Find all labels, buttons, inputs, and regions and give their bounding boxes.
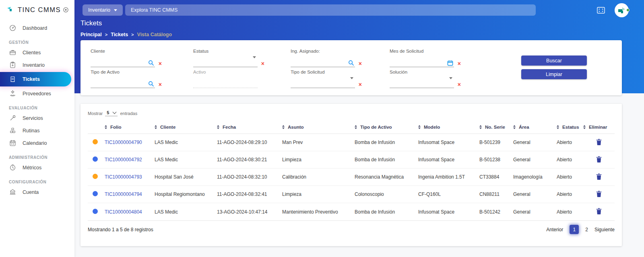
- filter-mes-solicitud-label: Mes de Solicitud: [390, 49, 461, 53]
- col-no-serie[interactable]: No. Serie: [479, 125, 513, 130]
- sort-icon: [479, 125, 482, 129]
- filter-activo-input-disabled: [193, 80, 258, 88]
- pagination-page-1[interactable]: 1: [570, 225, 579, 234]
- fullscreen-icon[interactable]: [597, 7, 605, 14]
- col-modelo[interactable]: Modelo: [418, 125, 479, 130]
- trash-icon: [596, 191, 602, 197]
- ticket-folio-link[interactable]: TIC10000004804: [105, 209, 155, 215]
- filter-tipo-activo-input[interactable]: [91, 80, 138, 88]
- sidebar-item-clientes[interactable]: Clientes: [0, 46, 74, 59]
- col-eliminar[interactable]: Eliminar: [583, 125, 615, 130]
- tinc-logo-icon: [6, 6, 14, 14]
- cell-cliente: LAS Medic: [155, 157, 217, 162]
- sidebar-pin-icon[interactable]: [63, 7, 69, 13]
- sidebar-item-rutinas[interactable]: Rutinas: [0, 124, 74, 137]
- sidebar-item-label: Tickets: [23, 76, 40, 82]
- cell-asunto: Man Prev: [282, 140, 355, 145]
- clear-filter-icon[interactable]: ×: [159, 82, 162, 87]
- ticket-folio-link[interactable]: TIC10000004794: [105, 191, 155, 197]
- building-icon: [9, 188, 17, 196]
- module-selector-button[interactable]: Inventario: [83, 4, 123, 16]
- limpiar-button[interactable]: Limpiar: [521, 69, 587, 79]
- search-icon[interactable]: [148, 81, 154, 87]
- calendar-picker-icon[interactable]: [447, 60, 453, 66]
- chevron-down-icon[interactable]: [449, 77, 452, 79]
- filter-cliente: Cliente ×: [91, 49, 162, 67]
- col-estatus[interactable]: Estatus: [557, 125, 583, 130]
- table-row: TIC10000004794 Hospital Regiomontano 11-…: [88, 186, 615, 203]
- sidebar-section-configuracion: CONFIGURACIÓN: [0, 180, 74, 184]
- sidebar-item-label: Clientes: [23, 50, 41, 56]
- sort-icon: [282, 125, 285, 129]
- filter-tipo-solicitud-select[interactable]: ×: [291, 80, 355, 88]
- clear-filter-icon[interactable]: ×: [159, 61, 162, 66]
- buscar-button[interactable]: Buscar: [521, 56, 587, 66]
- cell-area: Imagenología: [513, 174, 557, 180]
- col-folio[interactable]: Folio: [105, 125, 155, 130]
- delete-ticket-button[interactable]: [595, 138, 603, 146]
- filter-cliente-input[interactable]: [91, 60, 138, 67]
- sidebar-section-evaluacion: EVALUACIÓN: [0, 106, 74, 110]
- delete-ticket-button[interactable]: [595, 208, 603, 216]
- status-dot: [93, 174, 98, 179]
- sidebar-item-proveedores[interactable]: Proveedores: [0, 87, 74, 100]
- sort-icon: [557, 125, 559, 129]
- clear-filter-icon[interactable]: ×: [261, 61, 264, 66]
- delete-ticket-button[interactable]: [595, 156, 603, 164]
- ticket-folio-link[interactable]: TIC10000004792: [105, 157, 155, 162]
- clear-filter-icon[interactable]: ×: [359, 82, 362, 87]
- filter-solucion-select[interactable]: ×: [390, 80, 454, 88]
- search-icon[interactable]: [348, 60, 354, 66]
- sort-icon: [105, 125, 107, 129]
- breadcrumb-principal[interactable]: Principal: [80, 32, 102, 37]
- col-area[interactable]: Área: [513, 125, 557, 130]
- cell-area: General: [513, 209, 557, 215]
- page-size-select[interactable]: 5: [105, 110, 118, 116]
- show-label: Mostrar: [88, 111, 103, 116]
- col-cliente[interactable]: Cliente: [155, 125, 217, 130]
- status-dot: [93, 191, 98, 196]
- online-status-dot: [626, 8, 630, 12]
- sidebar-item-dashboard[interactable]: Dashboard: [0, 22, 74, 34]
- ticket-folio-link[interactable]: TIC10000004793: [105, 174, 155, 180]
- chevron-down-icon[interactable]: [350, 77, 353, 79]
- sidebar-item-cuenta[interactable]: Cuenta: [0, 186, 74, 198]
- table-header-row: Folio Cliente Fecha Asunto Tipo de Activ…: [88, 120, 615, 134]
- delete-ticket-button[interactable]: [595, 190, 603, 198]
- sidebar-item-servicios[interactable]: Servicios: [0, 112, 74, 124]
- col-tipo-activo[interactable]: Tipo de Activo: [355, 125, 418, 130]
- clear-filter-icon[interactable]: ×: [458, 82, 461, 87]
- sidebar-item-tickets[interactable]: Tickets: [0, 72, 71, 86]
- delete-ticket-button[interactable]: [595, 173, 603, 181]
- sidebar-item-inventario[interactable]: Inventario: [0, 59, 74, 71]
- pagination-page-2[interactable]: 2: [585, 227, 588, 232]
- cell-fecha: 13-AGO-2024-10:47:14: [217, 209, 282, 215]
- filter-ing-asignado-input[interactable]: [291, 60, 338, 67]
- col-fecha[interactable]: Fecha: [217, 125, 282, 130]
- cell-modelo: Ingenia Ambition 1.5T: [418, 174, 479, 180]
- ticket-folio-link[interactable]: TIC10000004790: [105, 140, 155, 145]
- sort-icon: [418, 125, 421, 129]
- breadcrumb-tickets[interactable]: Tickets: [111, 32, 128, 37]
- filter-mes-solicitud-input[interactable]: [390, 60, 437, 67]
- chevron-down-icon[interactable]: [253, 56, 256, 58]
- user-avatar[interactable]: [615, 3, 629, 17]
- filter-estatus-select[interactable]: ×: [193, 59, 258, 67]
- clear-filter-icon[interactable]: ×: [359, 61, 362, 66]
- trash-icon: [596, 156, 602, 162]
- clock-icon: [9, 164, 17, 171]
- filter-solucion: Solución ×: [390, 70, 461, 88]
- search-icon[interactable]: [148, 60, 154, 66]
- filter-activo: Activo: [193, 70, 265, 88]
- trash-icon: [596, 139, 602, 145]
- global-search-input[interactable]: [125, 4, 536, 16]
- sort-icon: [155, 125, 157, 129]
- sidebar-item-label: Servicios: [23, 115, 43, 121]
- cell-estatus: Abierto: [557, 157, 583, 162]
- sidebar-item-calendario[interactable]: Calendario: [0, 137, 74, 149]
- pagination-prev[interactable]: Anterior: [546, 227, 563, 232]
- pagination-next[interactable]: Siguiente: [594, 227, 615, 232]
- sidebar-item-metricos[interactable]: Métricos: [0, 161, 74, 174]
- col-asunto[interactable]: Asunto: [282, 125, 355, 130]
- clear-filter-icon[interactable]: ×: [458, 61, 461, 66]
